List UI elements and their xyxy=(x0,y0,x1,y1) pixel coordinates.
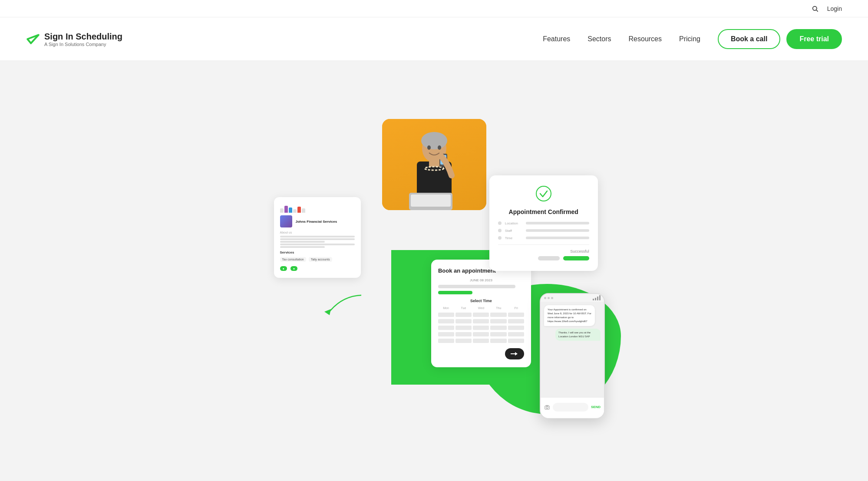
apt-time-dot xyxy=(498,236,502,240)
logo-title: Sign In Scheduling xyxy=(44,31,122,42)
nav-sectors[interactable]: Sectors xyxy=(587,35,611,43)
apt-confirm-btn xyxy=(563,256,589,260)
slot-1 xyxy=(438,313,454,317)
apt-time-row: Time xyxy=(498,236,589,240)
day-wed: Wed xyxy=(473,306,489,310)
svg-point-18 xyxy=(536,186,551,201)
phone-top-bar xyxy=(541,294,604,302)
person-photo xyxy=(382,119,486,210)
day-mon: Mon xyxy=(438,306,454,310)
hero-section: Johns Financial Services About us Servic… xyxy=(0,61,868,481)
apt-staff-dot xyxy=(498,229,502,232)
free-trial-button[interactable]: Free trial xyxy=(786,29,842,49)
business-name: Johns Financial Services xyxy=(296,220,337,224)
business-card: Johns Financial Services About us Servic… xyxy=(274,197,361,278)
logo-text: Sign In Scheduling A Sign In Solutions C… xyxy=(44,31,122,47)
login-button[interactable]: Login xyxy=(827,5,842,12)
phone-dot-1 xyxy=(544,297,546,299)
service-buttons: ● ● xyxy=(280,264,355,271)
day-tue: Tue xyxy=(455,306,471,310)
nav-pricing[interactable]: Pricing xyxy=(679,35,700,43)
bar-4 xyxy=(293,209,297,213)
apt-location-label: Location xyxy=(505,221,522,225)
booking-date-bar-green xyxy=(438,291,472,294)
slot-13 xyxy=(473,326,489,330)
business-services: Tax consultation Tally accounts xyxy=(280,257,355,262)
bar-2 xyxy=(284,206,288,213)
apt-location-bar xyxy=(526,222,589,224)
svg-rect-6 xyxy=(429,159,439,167)
arrow-left xyxy=(320,291,363,323)
apt-divider xyxy=(498,244,589,245)
phone-chat-area: Your Appointment is confirmed on Wed Jun… xyxy=(541,302,604,397)
bar-6 xyxy=(302,208,305,213)
booking-date-label: JUNE 08 2023 xyxy=(438,278,524,282)
slot-14 xyxy=(490,326,506,330)
logo-icon xyxy=(26,32,40,46)
slot-19 xyxy=(490,332,506,336)
booking-card: Book an appointment JUNE 08 2023 Select … xyxy=(431,260,531,367)
signal-2 xyxy=(595,298,596,300)
business-logo xyxy=(280,215,292,227)
slot-2 xyxy=(455,313,472,317)
slot-12 xyxy=(455,326,472,330)
apt-successful-label: Successful xyxy=(498,249,589,254)
arrow-icon xyxy=(511,351,518,356)
slot-21 xyxy=(438,339,454,343)
slot-3 xyxy=(473,313,489,317)
bar-1 xyxy=(280,208,284,213)
svg-marker-2 xyxy=(27,35,39,43)
signal-3 xyxy=(597,297,598,300)
signal-4 xyxy=(599,295,601,300)
navbar: Sign In Scheduling A Sign In Solutions C… xyxy=(0,17,868,61)
slot-5 xyxy=(508,313,524,317)
top-bar: Login xyxy=(0,0,868,17)
logo-subtitle: A Sign In Solutions Company xyxy=(44,42,122,47)
svg-point-0 xyxy=(812,6,816,10)
slot-18 xyxy=(473,332,489,336)
phone-bottom-bar: SEND xyxy=(541,397,604,416)
slot-4 xyxy=(490,313,506,317)
line-4 xyxy=(280,244,355,245)
slot-7 xyxy=(455,319,472,323)
bar-5 xyxy=(297,207,301,213)
photo-card xyxy=(382,119,486,210)
slot-11 xyxy=(438,326,454,330)
search-button[interactable] xyxy=(812,5,818,12)
slot-25 xyxy=(508,339,524,343)
apt-btn-row xyxy=(498,256,589,260)
slot-16 xyxy=(438,332,454,336)
bar-3 xyxy=(289,208,292,213)
service-chip-2: Tally accounts xyxy=(309,257,332,262)
apt-cancel-btn xyxy=(538,256,560,260)
apt-staff-row: Staff xyxy=(498,229,589,233)
phone-signal xyxy=(593,295,601,300)
line-2 xyxy=(280,238,355,240)
nav-features[interactable]: Features xyxy=(543,35,570,43)
day-fri: Fri xyxy=(508,306,524,310)
slot-10 xyxy=(508,319,524,323)
booking-arrow-button[interactable] xyxy=(505,348,524,359)
book-call-button[interactable]: Book a call xyxy=(718,29,780,49)
service-chip-1: Tax consultation xyxy=(280,257,306,262)
line-1 xyxy=(280,236,355,237)
apt-staff-label: Staff xyxy=(505,229,522,233)
time-grid-header: Mon Tue Wed Thu Fri xyxy=(438,306,524,311)
phone-send-button[interactable]: SEND xyxy=(591,405,601,409)
nav-resources[interactable]: Resources xyxy=(629,35,662,43)
apt-time-label: Time xyxy=(505,236,522,240)
business-lines xyxy=(280,236,355,248)
sms-message-1: Your Appointment is confirmed on Wed Jun… xyxy=(544,305,595,326)
apt-location-row: Location xyxy=(498,221,589,225)
logo-area: Sign In Scheduling A Sign In Solutions C… xyxy=(26,31,122,47)
nav-links: Features Sectors Resources Pricing xyxy=(543,35,700,43)
apt-location-dot xyxy=(498,221,502,225)
apt-check-icon xyxy=(498,186,589,203)
phone-speaker xyxy=(544,297,553,299)
phone-card: Your Appointment is confirmed on Wed Jun… xyxy=(540,293,605,419)
phone-input[interactable] xyxy=(553,403,588,412)
appointment-confirmed-card: Appointment Confirmed Location Staff Tim… xyxy=(489,175,598,271)
apt-time-bar xyxy=(526,237,589,239)
slot-22 xyxy=(455,339,472,343)
business-card-header: Johns Financial Services xyxy=(280,215,355,227)
